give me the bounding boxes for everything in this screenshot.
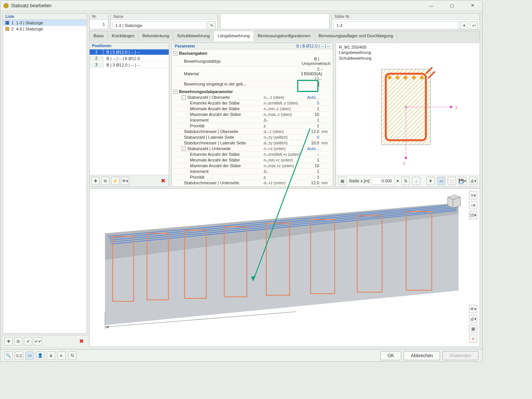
cs-step-icon[interactable]: ⇅ — [401, 177, 410, 185]
tab-längsbewehrung[interactable]: Längsbewehrung — [214, 31, 254, 41]
foot-doc-icon[interactable]: 🗎 — [47, 352, 55, 360]
param-row[interactable]: Minimale Anzahl der Stäbe nₛ,min,-z (obe… — [173, 106, 331, 112]
cs-print-icon[interactable]: 🖨▾ — [469, 177, 477, 185]
viewport-svg — [90, 189, 480, 347]
checkbox[interactable] — [318, 81, 319, 87]
foot-blue-icon[interactable]: ▭ — [25, 352, 34, 360]
dialog-window: Stabsatz bearbeiten — ▢ ✕ Liste 11-3 | S… — [0, 0, 483, 362]
pos-delete-icon[interactable]: ✖ — [159, 177, 167, 185]
liste-row[interactable]: 24-6 | Stabzüge — [3, 26, 87, 32]
foot-user-icon[interactable]: 👤 — [36, 352, 44, 360]
cs-save-icon[interactable]: 💾▾ — [458, 177, 467, 185]
cs-stelle-input[interactable] — [372, 177, 394, 185]
tab-betondeckung[interactable]: Betondeckung — [139, 31, 173, 41]
cs-title: R_M1 250/400 — [339, 44, 372, 50]
cross-section-view[interactable]: R_M1 250/400 Längsbewehrung Schubbewehru… — [336, 43, 480, 175]
liste-idx: 1 — [11, 21, 14, 25]
checkbox[interactable] — [318, 186, 319, 187]
positionen-panel: Positionen 1B | 5 Ø12.0 | -- | --2B | --… — [89, 43, 169, 187]
param-row[interactable]: Eckbewehrung — [173, 186, 331, 187]
vp-grid10-icon[interactable]: 10▾ — [469, 211, 477, 219]
liste-body[interactable]: 11-3 | Stabzüge24-6 | Stabzüge — [3, 20, 87, 333]
pos-copy-icon[interactable]: ⧉ — [101, 177, 109, 185]
vp-print-icon[interactable]: 🖨▾ — [469, 315, 477, 323]
check-icon[interactable]: ✔ — [24, 337, 32, 345]
name-input[interactable] — [112, 22, 206, 29]
foot-search-icon[interactable]: 🔍 — [4, 352, 13, 360]
pos-view-icon[interactable]: 👁▾ — [121, 177, 129, 185]
svg-point-4 — [396, 76, 399, 79]
cs-3d-icon[interactable]: ⬚ — [448, 177, 456, 185]
param-row[interactable]: Erkannte Anzahl der Stäbe nₛ,ermittelt,+… — [173, 152, 331, 157]
svg-marker-11 — [450, 106, 453, 109]
pick-icon[interactable]: ✦ — [460, 21, 468, 30]
position-row[interactable]: 1B | 5 Ø12.0 | -- | -- — [90, 49, 169, 55]
new-icon[interactable]: ✚ — [4, 337, 13, 345]
foot-num-icon[interactable]: 0.0 — [15, 352, 23, 360]
cancel-button[interactable]: Abbrechen — [404, 351, 440, 360]
param-row[interactable]: Priorität p 1 — [173, 123, 331, 129]
tab-schubbewehrung[interactable]: Schubbewehrung — [173, 31, 214, 41]
param-row[interactable]: Erkannte Anzahl der Stäbe nₛ,ermittelt,-… — [173, 100, 331, 106]
delete-icon[interactable]: ✖ — [77, 337, 86, 345]
positionen-body[interactable]: 1B | 5 Ø12.0 | -- | --2B | -- | -- | 6 Ø… — [90, 49, 169, 175]
vp-axes-icon[interactable]: ⤧▾ — [469, 191, 477, 200]
tab-bemessungsauflager und durchbiegung[interactable]: Bemessungsauflager und Durchbiegung — [315, 31, 397, 41]
liste-header: Liste — [3, 14, 87, 20]
titlebar: Stabsatz bearbeiten — ▢ ✕ — [0, 0, 482, 11]
minimize-button[interactable]: — — [424, 2, 438, 10]
ok-button[interactable]: OK — [380, 351, 401, 360]
param-row[interactable]: Material 2 - B500S(A) | I... — [173, 66, 331, 81]
maximize-button[interactable]: ▢ — [445, 2, 459, 10]
copy-icon[interactable]: ⧉ — [14, 337, 22, 345]
param-row[interactable]: Inkrement Δₓ 1 — [173, 169, 331, 174]
tab-knicklängen[interactable]: Knicklängen — [108, 31, 139, 41]
pos-bolt-icon[interactable]: ⚡ — [111, 177, 119, 185]
group-header[interactable]: −Basisangaben — [173, 50, 331, 56]
name-panel: Name ✎ — [111, 13, 218, 29]
svg-point-5 — [404, 76, 407, 79]
checkall-icon[interactable]: ✔✔ — [34, 337, 42, 345]
param-row[interactable]: Maximale Anzahl der Stäbe nₛ,max,+z (unt… — [173, 163, 331, 169]
cs-rebar-icon[interactable]: ⟂ — [412, 177, 420, 185]
position-row[interactable]: 2B | -- | -- | 6 Ø12.0 — [90, 55, 169, 62]
staebe-input[interactable] — [334, 22, 458, 29]
param-row[interactable]: −Stabanzahl | Unterseitenₛ,+z (unten)Aut… — [173, 146, 331, 152]
tab-bemessungskonfigurationen[interactable]: Bemessungskonfigurationen — [254, 31, 315, 41]
close-button[interactable]: ✕ — [466, 2, 479, 10]
param-row[interactable]: Stabdurchmesser | Oberseite dₛ,-z (oben)… — [173, 129, 331, 135]
param-row[interactable]: Bewehrungsstabtyp B | Unsymmetrisch — [173, 56, 331, 66]
param-row[interactable]: Inkrement Δₓ 1 — [173, 117, 331, 123]
parameter-body[interactable]: −Basisangaben Bewehrungsstabtyp B | Unsy… — [172, 49, 333, 187]
param-row[interactable]: Maximale Anzahl der Stäbe nₛ,max,-z (obe… — [173, 112, 331, 117]
nav-cube[interactable] — [445, 192, 462, 210]
liste-panel: Liste 11-3 | Stabzüge24-6 | Stabzüge — [3, 13, 87, 334]
param-row[interactable]: Stabanzahl | Laterale Seite nₛ,±y (seitl… — [173, 135, 331, 140]
foot-pivot-icon[interactable]: ⇆ — [68, 352, 76, 360]
param-row[interactable]: Stabdurchmesser | Laterale Seite dₛ,±y (… — [173, 140, 331, 146]
param-row[interactable]: −Stabanzahl | Oberseitenₛ,₋z (oben)Auto.… — [173, 95, 331, 100]
vp-axis2-icon[interactable]: ↕▾ — [469, 201, 477, 209]
cs-dropdown-icon[interactable]: ▾ — [397, 179, 399, 184]
vp-target-icon[interactable]: ⌖ — [469, 334, 477, 343]
undo-icon[interactable]: ↩ — [470, 21, 478, 30]
viewport-3d[interactable]: ⤧▾ ↕▾ 10▾ 👁▾ 🖨▾ ▦ ⌖ — [89, 188, 480, 347]
vp-eye-icon[interactable]: 👁▾ — [469, 305, 477, 313]
param-row[interactable]: Stabdurchmesser | Unterseite dₛ,+z (unte… — [173, 180, 331, 186]
position-row[interactable]: 3B | 3 Ø12.0 | -- | -- — [90, 62, 169, 68]
cs-filter-icon[interactable]: ▼ — [426, 177, 435, 185]
tab-basis[interactable]: Basis — [90, 31, 108, 41]
foot-flag-icon[interactable]: ▸ — [57, 352, 66, 360]
liste-row[interactable]: 11-3 | Stabzüge — [3, 20, 87, 26]
cs-grid-icon[interactable]: ▦ — [338, 177, 347, 185]
liste-toolbar: ✚ ⧉ ✔ ✔✔ ✖ — [3, 335, 87, 347]
cs-box-icon[interactable]: ▭ — [437, 177, 445, 185]
edit-name-icon[interactable]: ✎ — [207, 21, 216, 30]
vp-grid-icon[interactable]: ▦ — [469, 325, 477, 333]
pos-new-icon[interactable]: ✚ — [91, 177, 100, 185]
param-row[interactable]: Priorität p 1 — [173, 174, 331, 180]
spacer-panel — [220, 13, 329, 29]
param-row[interactable]: Minimale Anzahl der Stäbe nₛ,min,+z (unt… — [173, 157, 331, 163]
apply-button[interactable]: Anwenden — [442, 351, 478, 360]
swatch-icon — [5, 27, 9, 31]
